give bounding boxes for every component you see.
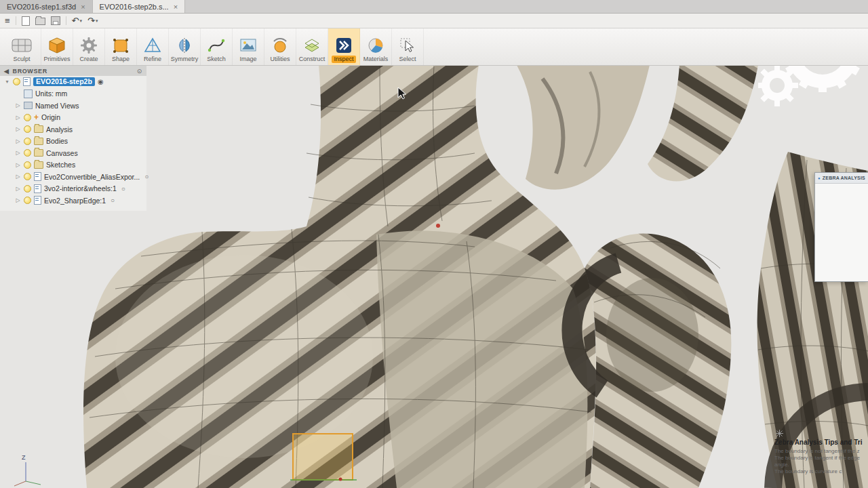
toolbar-item-primitives[interactable]: Primitives [41, 28, 73, 65]
tips-title: Zebra Analysis Tips and Tri [774, 439, 868, 446]
folder-icon [34, 161, 43, 169]
inspect-icon [335, 35, 353, 56]
toolbar-item-refine[interactable]: Refine [137, 28, 169, 65]
browser-item-units[interactable]: Units: mm [0, 88, 146, 100]
app-menu-icon[interactable]: ≡ [5, 16, 10, 25]
browser-item-origin[interactable]: ▷ + Origin [0, 112, 146, 124]
toolbar-item-select[interactable]: Select [392, 28, 424, 65]
toolbar-item-materials[interactable]: Materials [360, 28, 392, 65]
undo-icon: ↶ [72, 16, 79, 25]
toolbar-item-inspect[interactable]: Inspect [328, 28, 360, 65]
tips-line: angle. [774, 462, 868, 468]
mouse-cursor [397, 87, 408, 100]
browser-title: BROWSER [13, 68, 47, 75]
expand-arrow-icon[interactable]: ▷ [15, 126, 21, 132]
toolbar-item-utilities[interactable]: Utilities [264, 28, 296, 65]
expand-arrow-icon[interactable]: ▷ [15, 150, 21, 156]
component-icon [34, 196, 41, 205]
expand-arrow-icon[interactable]: ▷ [15, 102, 21, 108]
toolbar-item-construct[interactable]: Construct [296, 28, 328, 65]
named-views-icon [24, 102, 33, 109]
tips-line: The boundary is not tangent if the z [774, 448, 868, 455]
sketch-spline-icon [208, 35, 225, 56]
toolbar-item-image[interactable]: Image [233, 28, 264, 65]
browser-item-component-3[interactable]: ▷ Evo2_SharpEdge:1 ○ [0, 195, 146, 207]
expand-arrow-icon[interactable]: ▷ [15, 138, 21, 144]
expand-arrow-icon[interactable]: ▷ [15, 115, 21, 121]
expanded-arrow-icon[interactable]: ▾ [4, 79, 10, 85]
main-toolbar: Sculpt Primitives Create Shape Refine Sy… [0, 28, 868, 66]
toolbar-item-label: Refine [142, 56, 163, 63]
visibility-bulb-icon[interactable] [24, 197, 31, 204]
create-gear-icon [80, 35, 98, 56]
browser-item-root[interactable]: ▾ EVO2016-step2b ◉ [0, 76, 146, 88]
visibility-bulb-icon[interactable] [24, 149, 31, 157]
expand-arrow-icon[interactable]: ▷ [15, 174, 21, 180]
visibility-bulb-icon[interactable] [24, 125, 31, 133]
expand-arrow-icon[interactable]: ▷ [15, 162, 21, 168]
toolbar-item-shape[interactable]: Shape [105, 28, 137, 65]
collapse-arrow-icon[interactable]: ◀ [4, 68, 9, 75]
eye-icon[interactable]: ◉ [98, 78, 104, 85]
toolbar-item-label: Primitives [41, 56, 72, 63]
browser-item-component-2[interactable]: ▷ 3vo2-interior&wheels:1 ○ [0, 183, 146, 195]
open-folder-icon[interactable] [35, 18, 45, 25]
node-label: Origin [41, 113, 60, 121]
component-icon [34, 172, 41, 181]
selection-highlight[interactable] [293, 434, 353, 480]
undo-button[interactable]: ↶ ▾ [72, 16, 82, 25]
sketch-point-marker[interactable] [339, 478, 342, 481]
visibility-bulb-icon[interactable] [13, 78, 20, 85]
utilities-icon [271, 35, 289, 56]
chevron-down-icon[interactable]: ▾ [96, 18, 98, 24]
toolbar-item-sketch[interactable]: Sketch [201, 28, 233, 65]
tab-evo2016-step1[interactable]: EVO2016-step1.sf3d × [0, 0, 93, 13]
folder-icon [34, 125, 43, 133]
visibility-circle-icon[interactable]: ○ [121, 185, 125, 192]
browser-item-named-views[interactable]: ▷ Named Views [0, 100, 146, 112]
dialog-header[interactable]: ● ZEBRA ANALYSIS [815, 173, 868, 184]
visibility-circle-icon[interactable]: ○ [111, 197, 115, 204]
visibility-bulb-icon[interactable] [24, 185, 31, 192]
save-icon[interactable] [51, 16, 60, 25]
node-label: Sketches [46, 161, 75, 169]
tips-line: The boundary is curvature c [774, 468, 868, 475]
toolbar-item-create[interactable]: Create [73, 28, 105, 65]
analysis-point-marker[interactable] [436, 224, 440, 228]
symmetry-icon [176, 35, 193, 56]
browser-header[interactable]: ◀ BROWSER ⊙ [0, 66, 146, 76]
close-icon[interactable]: × [81, 3, 85, 11]
select-cursor-icon [399, 35, 416, 56]
shape-icon [112, 35, 130, 56]
dialog-body [815, 184, 868, 281]
toolbar-item-label: Utilities [268, 56, 292, 63]
browser-item-canvases[interactable]: ▷ Canvases [0, 147, 146, 159]
browser-item-component-1[interactable]: ▷ Evo2Convertible_AliasExpor... ○ [0, 171, 146, 183]
toolbar-item-sculpt[interactable]: Sculpt [3, 28, 41, 65]
visibility-bulb-icon[interactable] [24, 161, 31, 169]
units-icon [24, 89, 33, 98]
root-node-label[interactable]: EVO2016-step2b [33, 77, 95, 86]
browser-item-bodies[interactable]: ▷ Bodies [0, 136, 146, 148]
new-file-icon[interactable] [22, 16, 30, 26]
tab-evo2016-step2b[interactable]: EVO2016-step2b.s... × [93, 0, 186, 13]
chevron-down-icon[interactable]: ▾ [80, 18, 83, 24]
browser-item-sketches[interactable]: ▷ Sketches [0, 159, 146, 171]
visibility-bulb-icon[interactable] [24, 114, 31, 121]
visibility-bulb-icon[interactable] [24, 138, 31, 145]
close-icon[interactable]: × [174, 3, 178, 11]
tab-label: EVO2016-step1.sf3d [7, 3, 76, 11]
toolbar-item-symmetry[interactable]: Symmetry [169, 28, 201, 65]
zebra-analysis-dialog[interactable]: ● ZEBRA ANALYSIS [814, 172, 868, 282]
expand-arrow-icon[interactable]: ▷ [15, 186, 21, 192]
expand-arrow-icon[interactable]: ▷ [15, 197, 21, 203]
browser-item-analysis[interactable]: ▷ Analysis [0, 123, 146, 136]
redo-button[interactable]: ↷ ▾ [87, 16, 98, 25]
tips-icon [776, 430, 783, 437]
browser-panel: ◀ BROWSER ⊙ ▾ EVO2016-step2b ◉ Units: mm… [0, 66, 146, 211]
document-tab-bar: EVO2016-step1.sf3d × EVO2016-step2b.s...… [0, 0, 868, 14]
panel-options-icon[interactable]: ⊙ [137, 68, 142, 75]
visibility-circle-icon[interactable]: ○ [144, 173, 149, 180]
folder-icon [34, 138, 43, 145]
visibility-bulb-icon[interactable] [24, 173, 31, 180]
